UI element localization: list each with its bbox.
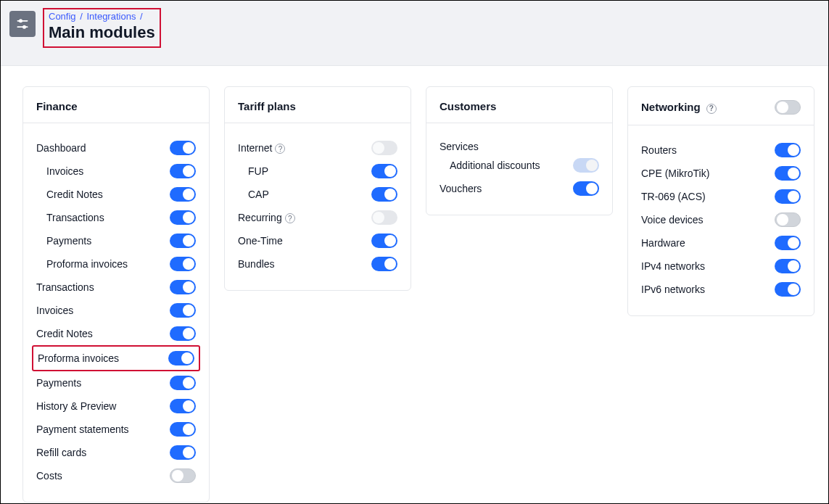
toggle[interactable] — [371, 187, 397, 202]
setting-label: Hardware — [641, 237, 685, 249]
toggle[interactable] — [170, 445, 196, 460]
setting-label: Bundles — [238, 258, 275, 270]
setting-label: CAP — [248, 189, 269, 200]
toggle[interactable] — [170, 210, 196, 225]
breadcrumb-highlight: Config / Integrations / Main modules — [43, 8, 161, 48]
toggle[interactable] — [371, 141, 397, 155]
setting-label: CPE (MikroTik) — [641, 168, 709, 179]
card-title-tariff: Tariff plans — [238, 100, 296, 112]
toggle[interactable] — [775, 259, 801, 273]
toggle[interactable] — [775, 212, 801, 227]
toggle[interactable] — [170, 141, 196, 155]
card-body-finance: DashboardInvoicesCredit NotesTransaction… — [23, 123, 209, 502]
setting-label: Proforma invoices — [46, 258, 128, 270]
setting-row: Additional discounts — [440, 154, 599, 177]
setting-label: One-Time — [238, 235, 283, 247]
card-header-finance: Finance — [23, 87, 209, 123]
setting-row: Credit Notes — [36, 322, 196, 345]
toggle[interactable] — [775, 236, 801, 250]
setting-label: Proforma invoices — [38, 352, 119, 364]
help-icon[interactable]: ? — [275, 144, 285, 154]
setting-row: Internet? — [238, 136, 397, 160]
toggle[interactable] — [170, 376, 196, 390]
setting-label: Payments — [36, 377, 81, 389]
setting-label: Recurring? — [238, 212, 295, 223]
help-icon[interactable]: ? — [285, 213, 295, 223]
breadcrumb-integrations[interactable]: Integrations — [86, 11, 136, 22]
toggle[interactable] — [170, 326, 196, 341]
setting-row: Invoices — [36, 160, 196, 183]
toggle[interactable] — [573, 181, 599, 196]
setting-row: TR-069 (ACS) — [641, 185, 801, 208]
toggle[interactable] — [573, 158, 599, 173]
setting-label: Dashboard — [36, 142, 86, 154]
setting-label: Payment statements — [36, 424, 129, 435]
svg-point-3 — [23, 26, 25, 28]
settings-icon — [9, 11, 36, 37]
networking-master-toggle[interactable] — [775, 100, 801, 115]
toggle[interactable] — [170, 468, 196, 483]
page-title: Main modules — [49, 23, 155, 42]
setting-label: Vouchers — [440, 183, 482, 194]
setting-label: Costs — [36, 470, 62, 482]
setting-label: Invoices — [36, 305, 73, 316]
toggle[interactable] — [168, 351, 194, 365]
setting-label: Credit Notes — [36, 328, 93, 339]
breadcrumb-sep: / — [80, 11, 83, 22]
toggle[interactable] — [775, 282, 801, 297]
customers-services-heading: Services — [440, 136, 599, 154]
setting-row: IPv4 networks — [641, 255, 801, 278]
toggle[interactable] — [371, 164, 397, 178]
toggle[interactable] — [775, 189, 801, 204]
toggle[interactable] — [775, 166, 801, 181]
setting-label: IPv4 networks — [641, 260, 705, 272]
card-title-networking-text: Networking — [641, 101, 701, 113]
toggle[interactable] — [775, 143, 801, 157]
setting-row: Invoices — [36, 299, 196, 322]
toggle[interactable] — [170, 303, 196, 318]
toggle[interactable] — [170, 280, 196, 294]
setting-row: History & Preview — [36, 394, 196, 418]
setting-row: Transactions — [36, 276, 196, 299]
card-header-networking: Networking ? — [628, 87, 814, 125]
setting-row: Recurring? — [238, 206, 397, 229]
page-header: Config / Integrations / Main modules — [1, 1, 828, 66]
setting-row: Bundles — [238, 252, 397, 276]
toggle[interactable] — [371, 234, 397, 248]
toggle[interactable] — [371, 257, 397, 271]
setting-label: Additional discounts — [450, 160, 540, 171]
toggle[interactable] — [170, 422, 196, 437]
card-title-customers: Customers — [440, 100, 496, 112]
toggle[interactable] — [170, 234, 196, 248]
app-window: Config / Integrations / Main modules Fin… — [0, 0, 829, 504]
help-icon[interactable]: ? — [706, 104, 717, 114]
setting-row: Payments — [36, 229, 196, 252]
customers-services-list: Additional discounts — [440, 154, 599, 177]
card-title-finance: Finance — [36, 100, 78, 112]
setting-row: Hardware — [641, 231, 801, 255]
setting-row: Vouchers — [440, 177, 599, 200]
toggle[interactable] — [170, 164, 196, 178]
toggle[interactable] — [170, 257, 196, 271]
breadcrumb: Config / Integrations / — [49, 11, 155, 22]
breadcrumb-config[interactable]: Config — [49, 11, 76, 22]
setting-label: Routers — [641, 144, 677, 156]
setting-label: Internet? — [238, 142, 285, 154]
toggle[interactable] — [371, 210, 397, 225]
setting-label: FUP — [248, 165, 268, 177]
toggle[interactable] — [170, 187, 196, 202]
setting-label: Refill cards — [36, 447, 86, 458]
setting-row: CPE (MikroTik) — [641, 162, 801, 185]
setting-row: IPv6 networks — [641, 278, 801, 301]
toggle[interactable] — [170, 399, 196, 413]
setting-row: One-Time — [238, 229, 397, 252]
setting-row: Proforma invoices — [32, 345, 200, 371]
setting-label: Transactions — [36, 281, 94, 293]
card-finance: Finance DashboardInvoicesCredit NotesTra… — [22, 86, 210, 503]
setting-row: Transactions — [36, 206, 196, 229]
card-title-networking: Networking ? — [641, 101, 717, 113]
setting-row: Voice devices — [641, 208, 801, 231]
card-tariff: Tariff plans Internet?FUPCAPRecurring?On… — [224, 86, 411, 291]
card-header-tariff: Tariff plans — [225, 87, 411, 123]
customers-after-list: Vouchers — [440, 177, 599, 200]
